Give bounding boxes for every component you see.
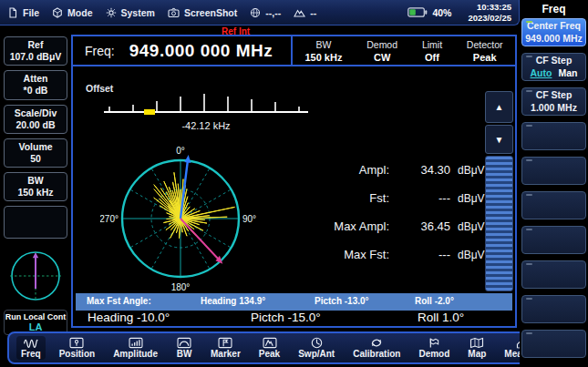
- volume-button[interactable]: Volume 50: [4, 138, 67, 168]
- softkey-indicator: [526, 229, 532, 230]
- sweep-clock-icon: [310, 337, 324, 349]
- measurement-row-max-fst: Max Fst: --- dBμV: [308, 240, 489, 269]
- mode-menu-label: Mode: [67, 7, 92, 18]
- softkey-indicator: [526, 263, 532, 265]
- setting-demod: Demod CW: [366, 39, 397, 63]
- clock: 10:33:25 2023/02/25: [468, 2, 511, 24]
- toolbar-swp-ant[interactable]: Swp/Ant: [294, 336, 339, 360]
- max-fst-heading: Heading 134.9°: [201, 296, 265, 306]
- mountain-icon: [294, 7, 305, 17]
- cf-step-mode-softkey[interactable]: CF Step AutoMan: [521, 53, 586, 81]
- polar-label-0: 0°: [176, 146, 185, 156]
- toolbar-bw[interactable]: BW: [171, 336, 197, 360]
- screenshot-menu[interactable]: ScreenShot: [168, 7, 237, 18]
- map-icon: [469, 337, 485, 349]
- up-arrow-icon: ▲: [495, 102, 504, 112]
- toolbar-freq[interactable]: Freq: [16, 336, 46, 360]
- mini-compass: [7, 247, 64, 303]
- polar-plot: 0° 90° 180° 270°: [100, 142, 261, 302]
- offset-marker[interactable]: [144, 109, 155, 115]
- empty-softkey[interactable]: [521, 295, 586, 323]
- toolbar-map[interactable]: Map: [463, 336, 490, 360]
- altitude-value: --: [310, 7, 316, 18]
- gps-status: --,--: [250, 7, 281, 18]
- bandwidth-icon: [176, 337, 192, 349]
- scroll-slider[interactable]: [485, 156, 513, 291]
- polar-label-180: 180°: [171, 282, 191, 292]
- softkey-indicator: [526, 159, 532, 161]
- freq-value: 949.000 000 MHz: [129, 41, 273, 61]
- toolbar-peak[interactable]: Peak: [254, 336, 284, 360]
- mode-icon: [52, 7, 63, 18]
- system-menu-label: System: [121, 7, 155, 18]
- empty-softkey[interactable]: [521, 122, 586, 150]
- bw-button[interactable]: BW 150 kHz: [4, 172, 67, 201]
- softkey-indicator: [526, 125, 532, 127]
- empty-softkey[interactable]: [521, 260, 586, 289]
- setting-bw: BW 150 kHz: [304, 39, 342, 63]
- top-menu-bar: File Mode System ScreenShot --,-- -- 40%: [0, 0, 520, 25]
- cf-step-auto-option[interactable]: Auto: [531, 67, 552, 78]
- system-menu[interactable]: System: [106, 7, 155, 18]
- camera-icon: [168, 7, 180, 18]
- empty-softkey[interactable]: [521, 191, 586, 219]
- scale-div-button[interactable]: Scale/Div 20.00 dB: [4, 105, 67, 134]
- measurement-row-ampl: Ampl: 34.30 dBμV: [308, 156, 489, 184]
- attitude-roll: Roll 1.0°: [418, 311, 464, 324]
- gear-icon: [106, 7, 117, 18]
- demod-flag-icon: [427, 337, 442, 349]
- frequency-row: Freq: 949.000 000 MHz BW 150 kHz Demod C…: [73, 36, 515, 66]
- softkey-indicator: [526, 90, 532, 92]
- cf-step-value-softkey[interactable]: CF Step 1.000 MHz: [521, 87, 586, 116]
- scroll-down-button[interactable]: ▼: [485, 125, 513, 154]
- cf-step-man-option[interactable]: Man: [558, 67, 577, 78]
- file-menu[interactable]: File: [7, 7, 39, 18]
- toolbar-position[interactable]: Position: [55, 336, 99, 360]
- attitude-pitch: Pictch -15.0°: [251, 311, 321, 324]
- amplitude-icon: [128, 337, 144, 349]
- ref-level-button[interactable]: Ref 107.0 dBμV: [4, 36, 67, 66]
- run-state: Run Local Cont: [5, 312, 67, 321]
- altitude-status: --: [294, 7, 316, 18]
- atten-button[interactable]: Atten *0 dB: [4, 70, 67, 99]
- measurement-row-fst: Fst: --- dBμV: [308, 184, 489, 212]
- toolbar-demod[interactable]: Demod: [414, 336, 454, 360]
- center-frequency-readout: Freq: 949.000 000 MHz: [73, 36, 293, 65]
- marker-flag-icon: [217, 337, 233, 349]
- empty-softkey[interactable]: [4, 206, 67, 239]
- softkey-panel: Freq Center Freq 949.000 MHz CF Step Aut…: [520, 0, 588, 367]
- scroll-up-button[interactable]: ▲: [485, 91, 513, 123]
- setting-limit: Limit Off: [422, 39, 442, 63]
- battery-percent: 40%: [432, 7, 451, 18]
- gps-value: --,--: [265, 7, 281, 18]
- softkey-indicator: [526, 298, 532, 300]
- file-menu-label: File: [23, 7, 39, 18]
- softkey-indicator: [526, 332, 532, 334]
- toolbar-marker[interactable]: Marker: [206, 336, 245, 360]
- center-freq-softkey[interactable]: Center Freq 949.000 MHz: [521, 18, 586, 46]
- bearing-arrow-max: [181, 219, 219, 260]
- screenshot-menu-label: ScreenShot: [184, 7, 237, 18]
- toolbar-amplitude[interactable]: Amplitude: [108, 336, 162, 360]
- polar-label-270: 270°: [100, 214, 119, 224]
- attitude-heading: Heading -10.0°: [88, 311, 170, 324]
- empty-softkey[interactable]: [521, 226, 586, 254]
- bearing-histogram-trace: [154, 172, 235, 238]
- max-fst-title: Max Fst Angle:: [87, 296, 151, 306]
- empty-softkey[interactable]: [521, 157, 586, 185]
- mode-menu[interactable]: Mode: [52, 7, 92, 18]
- toolbar-calibration[interactable]: Calibration: [348, 336, 405, 360]
- left-settings-panel: Ref 107.0 dBμV Atten *0 dB Scale/Div 20.…: [2, 36, 69, 335]
- offset-value: -42.12 kHz: [133, 120, 279, 131]
- empty-softkey[interactable]: [521, 330, 586, 358]
- waveform-icon: [23, 337, 39, 349]
- max-fst-pitch: Pictch -13.0°: [315, 296, 369, 306]
- freq-label: Freq:: [85, 44, 115, 58]
- softkey-indicator: [526, 21, 532, 23]
- measurement-panel: Ampl: 34.30 dBμV Fst: --- dBμV Max Ampl:…: [308, 156, 489, 269]
- main-display: Freq: 949.000 000 MHz BW 150 kHz Demod C…: [71, 35, 517, 328]
- time-value: 10:33:25: [468, 2, 511, 13]
- measurement-row-max-ampl: Max Ampl: 36.45 dBμV: [308, 212, 489, 240]
- position-icon: [68, 337, 85, 349]
- calibration-arrows-icon: [369, 337, 384, 349]
